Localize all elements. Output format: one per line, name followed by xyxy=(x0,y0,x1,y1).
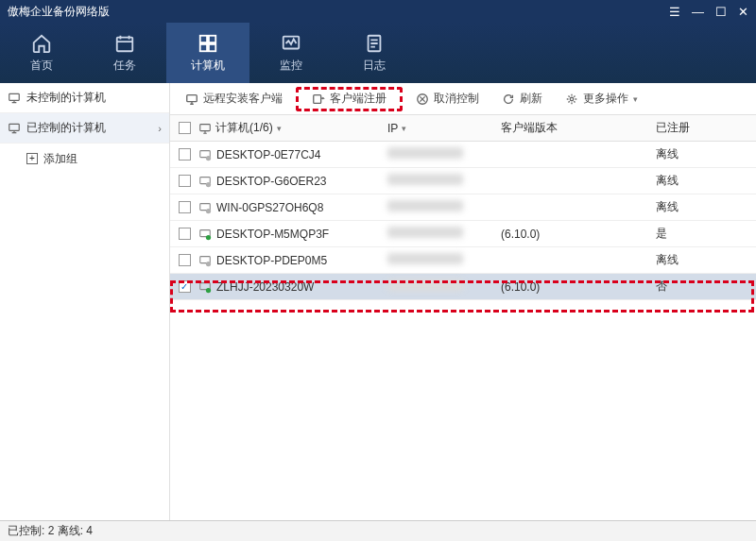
row-checkbox[interactable] xyxy=(179,254,191,266)
col-ip-label: IP xyxy=(387,122,398,135)
sidebar-uncontrolled[interactable]: 未控制的计算机 xyxy=(0,83,169,113)
row-name-text: DESKTOP-G6OER23 xyxy=(216,175,326,188)
offline-icon xyxy=(198,201,212,214)
sidebar-controlled-label: 已控制的计算机 xyxy=(26,120,158,136)
sidebar: 未控制的计算机 已控制的计算机 › + 添加组 xyxy=(0,83,170,520)
row-version: (6.10.0) xyxy=(501,228,652,241)
gear-icon xyxy=(565,93,578,106)
table-row[interactable]: DESKTOP-PDEP0M5离线 xyxy=(170,247,756,274)
row-ip xyxy=(387,174,501,188)
svg-rect-4 xyxy=(209,43,215,50)
remote-install-label: 远程安装客户端 xyxy=(203,91,283,107)
computer-icon xyxy=(198,122,212,135)
row-ip xyxy=(387,227,501,241)
row-registered: 离线 xyxy=(652,173,756,189)
row-registered: 离线 xyxy=(652,252,756,268)
svg-rect-0 xyxy=(117,37,133,51)
row-checkbox[interactable] xyxy=(179,280,191,293)
nav-logs[interactable]: 日志 xyxy=(333,23,416,83)
col-reg-label: 已注册 xyxy=(656,121,690,134)
svg-point-12 xyxy=(570,97,574,101)
row-ip xyxy=(387,147,501,161)
svg-rect-2 xyxy=(209,35,215,42)
chevron-down-icon: ▾ xyxy=(633,94,638,104)
sidebar-add-group[interactable]: + 添加组 xyxy=(0,144,169,174)
install-icon xyxy=(185,93,198,106)
minimize-icon[interactable]: — xyxy=(692,5,704,19)
svg-rect-8 xyxy=(9,124,20,130)
nav-tasks-label: 任务 xyxy=(113,58,136,74)
cancel-icon xyxy=(416,93,429,106)
menu-icon[interactable]: ☰ xyxy=(669,5,680,19)
col-header-registered[interactable]: 已注册 xyxy=(652,120,756,136)
remote-install-button[interactable]: 远程安装客户端 xyxy=(176,87,292,111)
calendar-icon xyxy=(114,33,135,54)
nav-computers-label: 计算机 xyxy=(191,58,225,74)
app-title: 傲梅企业备份网络版 xyxy=(8,4,669,20)
table-header: 计算机(1/6) ▾ IP ▾ 客户端版本 已注册 xyxy=(170,115,756,142)
row-checkbox[interactable] xyxy=(179,175,191,187)
title-bar: 傲梅企业备份网络版 ☰ — ☐ ✕ xyxy=(0,0,756,23)
row-name-text: ZLHJJ-20230320W xyxy=(216,280,314,294)
row-name-text: DESKTOP-M5MQP3F xyxy=(216,228,329,241)
svg-rect-10 xyxy=(314,94,321,103)
nav-monitor-label: 监控 xyxy=(280,58,302,74)
home-icon xyxy=(31,33,52,54)
file-text-icon xyxy=(364,33,385,54)
status-text: 已控制: 2 离线: 4 xyxy=(8,523,93,539)
svg-point-23 xyxy=(206,261,211,265)
refresh-label: 刷新 xyxy=(520,91,542,107)
col-version-label: 客户端版本 xyxy=(501,121,558,134)
svg-rect-9 xyxy=(187,94,198,101)
select-all-checkbox[interactable] xyxy=(179,122,191,134)
nav-monitor[interactable]: 监控 xyxy=(249,23,333,83)
row-checkbox[interactable] xyxy=(179,148,191,161)
row-name-text: WIN-0GPS27OH6Q8 xyxy=(216,201,323,214)
row-name-text: DESKTOP-PDEP0M5 xyxy=(216,254,327,267)
sidebar-controlled[interactable]: 已控制的计算机 › xyxy=(0,113,169,144)
table-body: DESKTOP-0E77CJ4离线DESKTOP-G6OER23离线WIN-0G… xyxy=(170,142,756,520)
col-header-ip[interactable]: IP ▾ xyxy=(387,122,501,135)
row-checkbox[interactable] xyxy=(179,201,191,213)
refresh-button[interactable]: 刷新 xyxy=(492,87,552,111)
table-row[interactable]: DESKTOP-G6OER23离线 xyxy=(170,168,756,194)
nav-tasks[interactable]: 任务 xyxy=(83,23,166,83)
sort-caret-icon: ▾ xyxy=(277,124,282,133)
status-bar: 已控制: 2 离线: 4 xyxy=(0,520,756,541)
nav-home[interactable]: 首页 xyxy=(0,23,83,83)
col-header-version[interactable]: 客户端版本 xyxy=(501,120,652,136)
row-registered: 离线 xyxy=(652,146,756,162)
grid-icon xyxy=(198,33,218,54)
svg-rect-7 xyxy=(9,93,20,100)
col-header-name[interactable]: 计算机(1/6) ▾ xyxy=(198,120,387,136)
row-ip xyxy=(387,253,501,267)
register-icon xyxy=(312,93,325,106)
window-controls: ☰ — ☐ ✕ xyxy=(669,5,748,19)
nav-bar: 首页 任务 计算机 监控 日志 xyxy=(0,23,756,83)
svg-point-19 xyxy=(206,208,211,212)
row-checkbox[interactable] xyxy=(179,228,191,240)
nav-computers[interactable]: 计算机 xyxy=(166,23,249,83)
client-register-label: 客户端注册 xyxy=(330,91,387,107)
table-row[interactable]: DESKTOP-M5MQP3F(6.10.0)是 xyxy=(170,221,756,247)
toolbar: 远程安装客户端 客户端注册 取消控制 刷新 xyxy=(170,83,756,115)
close-icon[interactable]: ✕ xyxy=(738,5,748,19)
row-registered: 离线 xyxy=(652,199,756,215)
maximize-icon[interactable]: ☐ xyxy=(715,5,727,19)
svg-rect-1 xyxy=(200,35,207,42)
row-ip xyxy=(387,279,501,294)
plus-icon: + xyxy=(26,153,38,164)
table-row[interactable]: DESKTOP-0E77CJ4离线 xyxy=(170,142,756,168)
nav-home-label: 首页 xyxy=(30,58,53,74)
svg-point-21 xyxy=(206,234,211,239)
offline-icon xyxy=(198,175,212,188)
more-ops-button[interactable]: 更多操作 ▾ xyxy=(556,87,647,111)
sidebar-uncontrolled-label: 未控制的计算机 xyxy=(26,90,162,106)
svg-rect-3 xyxy=(200,43,207,50)
cancel-control-button[interactable]: 取消控制 xyxy=(406,87,489,111)
refresh-icon xyxy=(502,93,515,106)
offline-icon xyxy=(198,254,212,267)
table-row[interactable]: ZLHJJ-20230320W(6.10.0)否 xyxy=(170,274,756,300)
table-row[interactable]: WIN-0GPS27OH6Q8离线 xyxy=(170,194,756,221)
client-register-button[interactable]: 客户端注册 xyxy=(296,87,403,111)
